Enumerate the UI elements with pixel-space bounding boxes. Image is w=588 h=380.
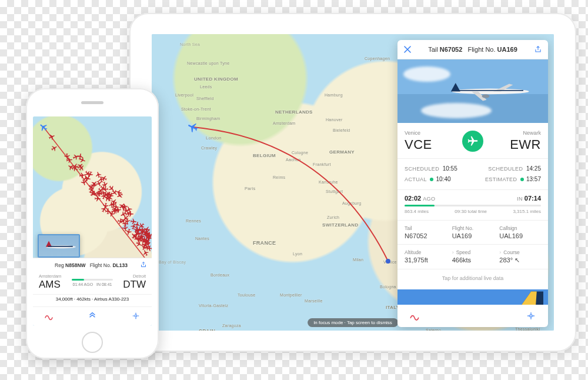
route-row: Amsterdam AMS 01:44 AGO IN 08:41 Detroit… xyxy=(33,272,152,294)
tail-value: N67052 xyxy=(440,46,463,53)
airplane-icon[interactable] xyxy=(131,218,139,226)
reg-value: N858NW xyxy=(65,262,85,268)
track-log-icon[interactable] xyxy=(44,311,54,321)
elapsed-time: 02:02 xyxy=(405,195,421,202)
iphone-screen[interactable]: Reg N858NW Flight No. DL133 Amsterdam AM… xyxy=(33,116,152,326)
departure-times: SCHEDULED 10:55 ACTUAL 10:40 xyxy=(405,164,473,185)
tap-more-button[interactable]: Tap for additional live data xyxy=(397,269,548,289)
share-icon[interactable] xyxy=(138,261,147,269)
flight-info-card: Tail N67052 Flight No. UA169 xyxy=(397,40,548,327)
track-log-icon[interactable] xyxy=(408,309,421,322)
ipad-device: North Sea UNITED KINGDOM Newcastle upon … xyxy=(129,13,576,352)
card-bottom-bar xyxy=(33,306,152,326)
arr-scheduled: 14:25 xyxy=(526,165,541,172)
arr-estimated: 13:57 xyxy=(526,176,541,182)
progress-row: 02:02 AGO IN 07:14 863.4 miles 09:30 tot… xyxy=(397,190,548,221)
chevron-right-icon: › xyxy=(499,249,501,255)
callsign-label: Callsign xyxy=(499,225,541,231)
dep-actual: 10:40 xyxy=(436,176,450,182)
origin-city: Amsterdam xyxy=(39,274,72,279)
tail-value: N67052 xyxy=(405,232,446,239)
ipad-screen[interactable]: North Sea UNITED KINGDOM Newcastle upon … xyxy=(152,34,554,331)
svg-rect-6 xyxy=(48,246,73,247)
share-icon[interactable] xyxy=(533,44,543,55)
airline-livery-bar xyxy=(397,289,548,305)
aircraft-thumbnail[interactable] xyxy=(38,234,80,258)
flight-label: Flight No. xyxy=(90,262,111,268)
tailfin-icon xyxy=(520,291,543,305)
iphone-device: Reg N858NW Flight No. DL133 Amsterdam AM… xyxy=(26,88,159,359)
course-label: Course xyxy=(503,249,519,255)
remaining: IN 08:41 xyxy=(96,282,112,286)
elapsed-distance: 863.4 miles xyxy=(405,209,429,214)
airplane-icon[interactable] xyxy=(51,143,61,153)
altitude-value: 31,975ft xyxy=(405,256,446,264)
elapsed-suffix: AGO xyxy=(423,196,435,202)
dest-code: DTW xyxy=(113,279,146,291)
id-row: TailN67052 Flight No.UA169 CallsignUAL16… xyxy=(397,221,548,245)
card-header: Tail N67052 Flight No. UA169 xyxy=(397,40,548,59)
airplane-icon xyxy=(39,235,79,256)
telemetry-row: Altitude31,975ft ›Speed466kts ›Course283… xyxy=(397,245,548,269)
chevron-up-icon[interactable] xyxy=(87,311,98,321)
dep-scheduled-label: SCHEDULED xyxy=(405,166,439,172)
svg-point-7 xyxy=(135,315,137,317)
card-bottom-bar xyxy=(397,305,548,327)
airplane-icon[interactable] xyxy=(63,154,71,162)
dest-code: EWR xyxy=(487,137,541,152)
status-dot-icon xyxy=(520,178,524,181)
altitude-label: Altitude xyxy=(405,249,446,255)
flight-value: DL133 xyxy=(112,262,128,268)
arrival-times: SCHEDULED 14:25 ESTIMATED 13:57 xyxy=(473,164,541,185)
speed-label: Speed xyxy=(456,249,471,255)
close-icon[interactable] xyxy=(402,44,413,55)
tail-label: Tail xyxy=(428,46,438,53)
card-title: Tail N67052 Flight No. UA169 xyxy=(413,46,533,53)
dest-city: Detroit xyxy=(113,274,146,279)
flight-label: Flight No. xyxy=(452,225,494,231)
arr-scheduled-label: SCHEDULED xyxy=(488,166,523,172)
aircraft-photo xyxy=(397,59,548,123)
elapsed: 01:44 AGO xyxy=(73,282,93,286)
origin-city: Venice xyxy=(405,130,459,136)
progress-bar xyxy=(405,205,541,206)
airplane-icon[interactable] xyxy=(109,202,117,209)
status-dot-icon xyxy=(430,178,433,181)
callsign-value: UAL169 xyxy=(499,232,541,239)
remaining-time: 07:14 xyxy=(524,195,541,202)
flight-label: Flight No. xyxy=(467,46,495,53)
svg-point-4 xyxy=(530,315,532,317)
card-header: Reg N858NW Flight No. DL133 xyxy=(33,258,152,272)
origin-code: VCE xyxy=(405,137,459,152)
reg-label: Reg xyxy=(55,262,64,268)
course-value: 283° ↖ xyxy=(499,256,541,264)
flight-value: UA169 xyxy=(452,232,494,239)
locate-icon[interactable] xyxy=(524,309,537,322)
flight-value: UA169 xyxy=(497,46,517,53)
progress-bar xyxy=(72,279,113,281)
airplane-icon[interactable] xyxy=(48,132,58,141)
flight-info-card: Reg N858NW Flight No. DL133 Amsterdam AM… xyxy=(33,258,152,326)
focus-mode-banner[interactable]: In focus mode · Tap screen to dismiss xyxy=(308,318,398,327)
airplane-icon[interactable] xyxy=(94,169,103,178)
airplane-icon[interactable] xyxy=(70,161,78,169)
airplane-icon[interactable] xyxy=(122,225,130,234)
locate-icon[interactable] xyxy=(131,311,141,321)
chevron-right-icon: › xyxy=(452,249,454,255)
tail-label: Tail xyxy=(405,225,446,231)
arr-estimated-label: ESTIMATED xyxy=(485,176,517,182)
airplane-icon[interactable] xyxy=(95,188,103,196)
direction-icon xyxy=(462,131,483,152)
destination: Newark EWR xyxy=(487,130,541,152)
svg-point-1 xyxy=(452,89,529,95)
phone-speaker xyxy=(81,101,103,104)
times-row: SCHEDULED 10:55 ACTUAL 10:40 SCHEDULED 1… xyxy=(397,159,548,190)
route-row: Venice VCE Newark EWR xyxy=(397,123,548,159)
dest-city: Newark xyxy=(487,130,541,136)
origin: Venice VCE xyxy=(405,130,459,152)
total-time: 09:30 total time xyxy=(455,209,487,214)
home-button[interactable] xyxy=(82,332,103,353)
svg-point-0 xyxy=(386,259,390,264)
progress: 01:44 AGO IN 08:41 xyxy=(72,278,113,286)
aircraft-meta: 34,000ft · 462kts · Airbus A330-223 xyxy=(33,294,152,306)
